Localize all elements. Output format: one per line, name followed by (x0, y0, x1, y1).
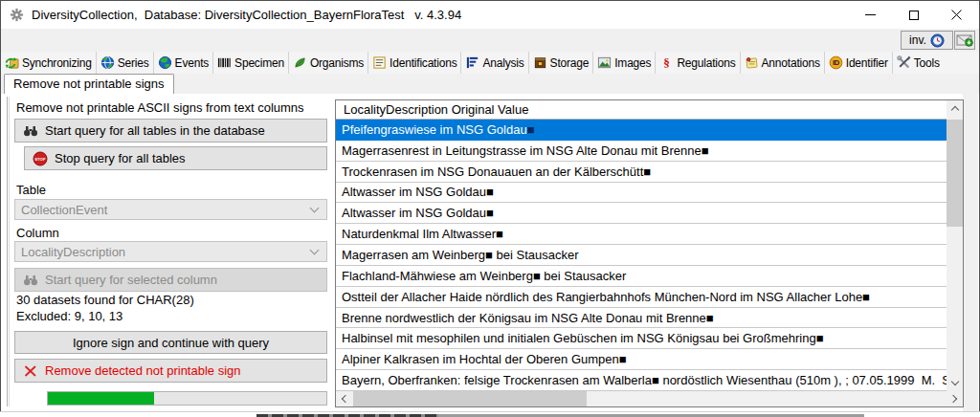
list-row[interactable]: Alpiner Kalkrasen im Hochtal der Oberen … (336, 349, 947, 370)
row-text: Flachland-Mähwiese am Weinberg■ bei Stau… (342, 269, 626, 283)
inventory-button-label: inv. (909, 33, 926, 47)
vertical-scrollbar[interactable] (947, 100, 963, 391)
remove-sign-label: Remove detected not printable sign (45, 363, 241, 378)
inventory-button[interactable]: inv. (901, 31, 953, 50)
start-selected-column-label: Start query for selected column (45, 273, 217, 287)
toolbar-item-label: Specimen (234, 56, 284, 70)
chevron-down-icon (310, 245, 320, 254)
toolbar-item-tools[interactable]: Tools (892, 52, 944, 74)
row-text: Altwasser im NSG Goldau■ (342, 185, 494, 199)
list-row[interactable]: Naturdenkmal Ilm Altwasser■ (336, 224, 947, 245)
scroll-left-button[interactable] (336, 391, 352, 406)
toolbar-item-organisms[interactable]: Organisms (288, 52, 368, 74)
title-bar: DiversityCollection, Database: Diversity… (1, 1, 979, 29)
list-row[interactable]: Altwasser im NSG Goldau■ (336, 203, 947, 224)
toolbar-item-label: Synchronizing (22, 56, 92, 70)
list-row[interactable]: Pfeifengraswiese im NSG Goldau■ (336, 120, 947, 141)
remove-sign-button[interactable]: Remove detected not printable sign (14, 359, 327, 383)
toolbar-item-label: Events (175, 56, 210, 70)
chevron-down-icon (950, 378, 958, 385)
toolbar-item-analysis[interactable]: Analysis (460, 52, 527, 74)
toolbar-item-images[interactable]: Images (592, 52, 655, 74)
ignore-sign-button[interactable]: Ignore sign and continue with query (14, 331, 327, 354)
toolbar-item-regulations[interactable]: § Regulations (655, 52, 739, 74)
binoculars-icon (23, 123, 38, 139)
close-button[interactable] (935, 1, 977, 29)
horizontal-scroll-thumb[interactable] (353, 391, 587, 406)
stop-icon: STOP (33, 151, 48, 166)
app-window: DiversityCollection, Database: Diversity… (0, 0, 980, 411)
column-select[interactable]: LocalityDescription (14, 241, 327, 262)
vertical-scroll-thumb[interactable] (947, 120, 963, 227)
toolbar-item-events[interactable]: Events (153, 52, 213, 74)
tab-remove-not-printable-signs[interactable]: Remove not printable signs (4, 74, 174, 95)
list-row[interactable]: Halbinsel mit mesophilen und initialen G… (336, 328, 947, 349)
tab-strip: Remove not printable signs (1, 74, 979, 94)
list-row[interactable]: Brenne nordwestlich der Königsau im NSG … (336, 308, 947, 329)
svg-text:§: § (664, 55, 670, 70)
list-row[interactable]: Flachland-Mähwiese am Weinberg■ bei Stau… (336, 266, 947, 287)
toolbar-item-annotations[interactable]: Annotations (740, 52, 824, 74)
maximize-button[interactable] (893, 1, 935, 29)
start-selected-column-button[interactable]: Start query for selected column (14, 268, 327, 292)
binoculars-icon (23, 273, 38, 288)
close-icon (951, 10, 962, 20)
list-row[interactable]: Trockenrasen im NSG Donauauen an der Käl… (336, 162, 947, 183)
column-label: Column (16, 226, 59, 240)
scroll-up-button[interactable] (947, 100, 963, 117)
toolbar-item-label: Images (614, 56, 651, 70)
row-text: Altwasser im NSG Goldau■ (342, 206, 494, 220)
panel-heading: Remove not printable ASCII signs from te… (16, 100, 304, 115)
locality-list: LocalityDescription Original Value Pfeif… (335, 99, 964, 407)
minimize-button[interactable] (849, 1, 891, 29)
toolbar-item-label: Identifier (846, 56, 888, 70)
toolbar-item-specimen[interactable]: Specimen (212, 52, 288, 74)
ignore-sign-label: Ignore sign and continue with query (73, 336, 269, 350)
toolbar-item-storage[interactable]: Storage (528, 52, 593, 74)
start-all-tables-button[interactable]: Start query for all tables in the databa… (14, 119, 327, 143)
table-select[interactable]: CollectionEvent (14, 199, 327, 220)
clock-globe-icon (930, 33, 945, 48)
scroll-down-button[interactable] (947, 375, 963, 391)
toolbar-item-label: Identifications (390, 56, 457, 70)
right-margin (963, 94, 978, 411)
toolbar-item-series[interactable]: Series (96, 52, 153, 74)
barcode-icon (217, 55, 232, 70)
stop-query-button[interactable]: STOP Stop query for all tables (24, 146, 327, 170)
row-text: Trockenrasen im NSG Donauauen an der Käl… (342, 165, 651, 179)
row-text: Brenne nordwestlich der Königsau im NSG … (342, 311, 714, 325)
excluded-text: Excluded: 9, 10, 13 (16, 309, 122, 323)
list-header: LocalityDescription Original Value (336, 100, 947, 120)
list-rows: Pfeifengraswiese im NSG Goldau■ Magerras… (336, 120, 947, 391)
start-all-tables-label: Start query for all tables in the databa… (45, 123, 265, 138)
background-window-sliver (0, 411, 980, 417)
panel-splitter[interactable] (7, 97, 10, 406)
list-row[interactable]: Altwasser im NSG Goldau■ (336, 183, 947, 204)
toolbar-item-synchronizing[interactable]: Synchronizing (1, 52, 96, 74)
toolbar-item-identifications[interactable]: Identifications (368, 52, 460, 74)
paragraph-icon: § (659, 55, 674, 70)
minimize-icon (865, 14, 876, 15)
list-row[interactable]: Bayern, Oberfranken: felsige Trockenrase… (336, 370, 947, 391)
list-row[interactable]: Magerrasen am Weinberg■ bei Stausacker (336, 245, 947, 266)
table-select-value: CollectionEvent (21, 203, 107, 217)
progress-bar (47, 391, 327, 406)
row-text: Bayern, Oberfranken: felsige Trockenrase… (342, 373, 947, 387)
mail-download-icon (956, 33, 973, 47)
progress-fill (48, 392, 154, 405)
image-icon (597, 55, 612, 70)
sync-icon (5, 55, 19, 70)
list-row[interactable]: Ostteil der Allacher Haide nördlich des … (336, 287, 947, 308)
chevron-left-icon (342, 395, 349, 403)
red-x-icon (23, 363, 38, 379)
toolbar-item-label: Organisms (310, 56, 364, 70)
row-text: Magerrasenrest in Leitungstrasse im NSG … (342, 143, 709, 158)
toolbar-item-identifier[interactable]: ID Identifier (824, 52, 892, 74)
list-row[interactable]: Magerrasenrest in Leitungstrasse im NSG … (336, 141, 947, 162)
mail-button[interactable] (954, 31, 975, 50)
scroll-right-button[interactable] (947, 391, 963, 406)
toolbar-item-label: Regulations (677, 56, 735, 70)
document-icon (372, 55, 387, 70)
horizontal-scrollbar[interactable] (336, 391, 963, 406)
row-text: Ostteil der Allacher Haide nördlich des … (342, 290, 870, 304)
